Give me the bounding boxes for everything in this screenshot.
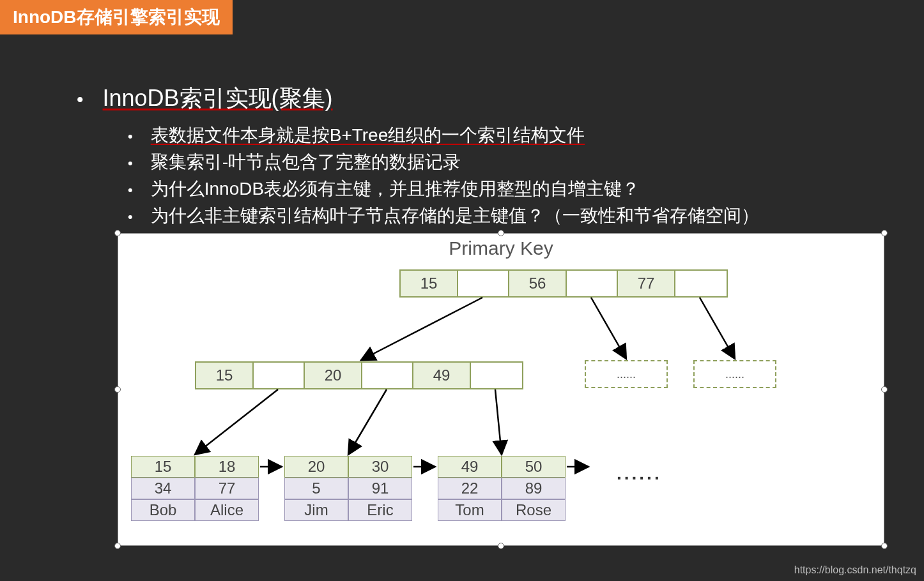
selection-handle-icon[interactable] [114, 543, 121, 549]
leaf-data: 34 [131, 478, 195, 499]
bullet-dot-icon: • [77, 89, 84, 110]
node-ptr [471, 363, 522, 388]
leaf-key: 50 [502, 456, 566, 478]
leaf-data: Tom [438, 499, 502, 521]
selection-handle-icon[interactable] [498, 543, 504, 549]
leaf-key: 49 [438, 456, 502, 478]
selection-handle-icon[interactable] [881, 543, 888, 549]
slide-header: InnoDB存储引擎索引实现 [0, 0, 233, 34]
root-ptr [458, 271, 509, 296]
sub-bullet: • 为什么InnoDB表必须有主键，并且推荐使用整型的自增主键？ [128, 176, 924, 202]
internal-node: 15 20 49 [195, 361, 523, 389]
sub-bullet: • 为什么非主键索引结构叶子节点存储的是主键值？（一致性和节省存储空间） [128, 202, 924, 229]
node-ptr [362, 363, 413, 388]
node-key: 20 [305, 363, 362, 388]
svg-line-5 [495, 389, 502, 455]
leaf-key: 20 [284, 456, 348, 478]
leaf-data: 77 [195, 478, 259, 499]
selection-handle-icon[interactable] [114, 230, 121, 236]
root-key: 56 [509, 271, 567, 296]
leaf-data: Rose [502, 499, 566, 521]
selection-handle-icon[interactable] [881, 386, 888, 393]
node-key: 15 [196, 363, 254, 388]
leaf-node: 20 30 5 91 Jim Eric [284, 456, 412, 521]
sub-bullet: • 表数据文件本身就是按B+Tree组织的一个索引结构文件 [128, 122, 924, 149]
sub-bullet-text: 表数据文件本身就是按B+Tree组织的一个索引结构文件 [151, 122, 585, 149]
root-ptr [675, 271, 727, 296]
main-bullet-text: InnoDB索引实现(聚集) [103, 83, 333, 114]
root-node: 15 56 77 [399, 269, 728, 298]
placeholder-node: ...... [585, 360, 668, 388]
ellipsis-icon: ...... [617, 464, 662, 484]
svg-line-3 [195, 389, 278, 455]
svg-line-4 [348, 389, 387, 455]
svg-line-1 [591, 298, 626, 359]
diagram-title: Primary Key [118, 238, 884, 259]
root-ptr [567, 271, 618, 296]
node-key: 49 [413, 363, 471, 388]
selection-handle-icon[interactable] [498, 230, 504, 236]
bullet-dot-icon: • [128, 126, 133, 147]
leaf-key: 30 [348, 456, 412, 478]
sub-bullet-text: 聚集索引-叶节点包含了完整的数据记录 [151, 149, 461, 176]
root-key: 15 [401, 271, 458, 296]
leaf-data: 89 [502, 478, 566, 499]
btree-diagram[interactable]: Primary Key 15 56 77 15 20 49 ...... ...… [118, 233, 884, 546]
placeholder-node: ...... [693, 360, 776, 388]
svg-line-2 [700, 298, 735, 359]
sub-bullet-text: 为什么非主键索引结构叶子节点存储的是主键值？（一致性和节省存储空间） [151, 202, 759, 229]
leaf-key: 18 [195, 456, 259, 478]
leaf-data: 22 [438, 478, 502, 499]
node-ptr [254, 363, 305, 388]
leaf-data: Jim [284, 499, 348, 521]
leaf-node: 49 50 22 89 Tom Rose [438, 456, 566, 521]
leaf-data: Bob [131, 499, 195, 521]
selection-handle-icon[interactable] [114, 386, 121, 393]
leaf-key: 15 [131, 456, 195, 478]
sub-bullet: • 聚集索引-叶节点包含了完整的数据记录 [128, 149, 924, 176]
svg-line-0 [361, 298, 482, 360]
leaf-data: 91 [348, 478, 412, 499]
sub-bullet-text: 为什么InnoDB表必须有主键，并且推荐使用整型的自增主键？ [151, 176, 640, 202]
leaf-data: Eric [348, 499, 412, 521]
selection-handle-icon[interactable] [881, 230, 888, 236]
root-key: 77 [618, 271, 675, 296]
bullet-dot-icon: • [128, 179, 133, 200]
leaf-data: Alice [195, 499, 259, 521]
watermark: https://blog.csdn.net/thqtzq [794, 564, 916, 576]
leaf-node: 15 18 34 77 Bob Alice [131, 456, 259, 521]
bullet-dot-icon: • [128, 206, 133, 227]
bullet-dot-icon: • [128, 153, 133, 174]
slide-content: • InnoDB索引实现(聚集) • 表数据文件本身就是按B+Tree组织的一个… [77, 83, 924, 229]
main-bullet: • InnoDB索引实现(聚集) [77, 83, 924, 114]
leaf-data: 5 [284, 478, 348, 499]
